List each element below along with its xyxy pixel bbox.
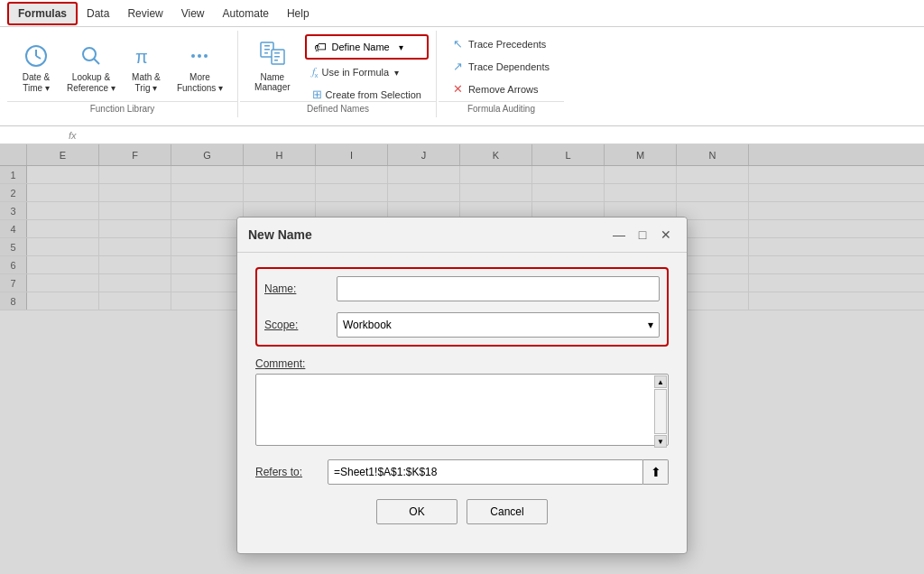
grid-icon: ⊞: [312, 88, 322, 101]
use-formula-dropdown-icon: ▾: [394, 68, 399, 78]
define-name-label: Define Name: [332, 42, 390, 52]
use-in-formula-button[interactable]: 𝑓x Use in Formula ▾: [305, 62, 429, 82]
scope-select[interactable]: Workbook ▾: [337, 312, 660, 338]
svg-text:π: π: [135, 47, 148, 67]
menu-item-formulas[interactable]: Formulas: [7, 2, 78, 25]
menu-item-data[interactable]: Data: [78, 4, 118, 23]
menu-item-view[interactable]: View: [172, 4, 214, 23]
menu-item-help[interactable]: Help: [278, 4, 319, 23]
maximize-button[interactable]: □: [633, 225, 652, 245]
define-name-button[interactable]: 🏷 Define Name ▾: [305, 34, 429, 60]
lookup-icon: [77, 42, 106, 70]
svg-point-3: [83, 48, 96, 60]
svg-line-2: [36, 56, 41, 59]
svg-point-8: [204, 54, 208, 58]
scroll-track: [654, 389, 667, 434]
math-trig-label: Math &Trig ▾: [132, 72, 161, 94]
date-time-button[interactable]: Date &Time ▾: [14, 38, 58, 97]
svg-point-6: [191, 54, 195, 58]
function-library-group: Date &Time ▾ Lookup &Reference ▾ π: [7, 31, 238, 117]
more-functions-label: MoreFunctions ▾: [177, 72, 223, 94]
close-button[interactable]: ✕: [656, 225, 676, 245]
refers-to-input[interactable]: [328, 459, 643, 485]
defined-names-group: NameManager 🏷 Define Name ▾ 𝑓x Use in Fo…: [240, 31, 437, 117]
trace-dependents-icon: ↗: [453, 60, 463, 73]
trace-dependents-button[interactable]: ↗ Trace Dependents: [446, 57, 557, 76]
name-scope-section: Name: Scope: Workbook ▾: [255, 267, 669, 347]
lookup-label: Lookup &Reference ▾: [67, 72, 116, 94]
svg-rect-11: [264, 49, 270, 51]
defined-names-label: Defined Names: [240, 101, 436, 114]
math-icon: π: [132, 42, 161, 70]
modal-titlebar: New Name — □ ✕: [237, 218, 687, 253]
refers-to-row: Refers to: ⬆: [255, 459, 669, 485]
refers-to-select-button[interactable]: ⬆: [643, 459, 669, 485]
formula-auditing-group: ↖ Trace Precedents ↗ Trace Dependents ✕ …: [439, 31, 564, 117]
remove-arrows-icon: ✕: [453, 82, 463, 96]
scope-label: Scope:: [264, 319, 337, 331]
modal-body: Name: Scope: Workbook ▾ Comment:: [237, 253, 687, 553]
comment-section: Comment: ▲ ▼: [255, 357, 669, 449]
modal-overlay: New Name — □ ✕ Name:: [0, 144, 924, 574]
trace-precedents-button[interactable]: ↖ Trace Precedents: [446, 34, 557, 53]
formula-bar: fx: [0, 126, 924, 144]
svg-point-7: [198, 54, 201, 58]
trace-precedents-icon: ↖: [453, 37, 463, 51]
define-name-dropdown-icon: ▾: [399, 42, 403, 52]
modal-footer: OK Cancel: [255, 499, 669, 539]
name-manager-label: NameManager: [254, 72, 290, 92]
svg-rect-14: [274, 52, 280, 54]
name-input[interactable]: [337, 276, 660, 301]
scope-row: Scope: Workbook ▾: [264, 312, 660, 338]
formula-icon: 𝑓x: [312, 65, 319, 79]
refers-to-label: Refers to:: [255, 466, 328, 478]
comment-label: Comment:: [255, 357, 669, 370]
scope-dropdown-icon: ▾: [648, 319, 653, 331]
cancel-button[interactable]: Cancel: [467, 499, 548, 524]
svg-rect-16: [274, 60, 278, 61]
svg-line-4: [94, 59, 99, 64]
fx-label: fx: [69, 130, 77, 141]
spreadsheet-area: E F G H I J K L M N 1 2 3: [0, 144, 924, 574]
function-library-label: Function Library: [7, 101, 237, 114]
minimize-button[interactable]: —: [609, 225, 629, 245]
new-name-dialog: New Name — □ ✕ Name:: [236, 217, 688, 554]
svg-rect-15: [274, 56, 280, 58]
svg-rect-10: [264, 45, 270, 47]
name-label: Name:: [264, 282, 337, 295]
scroll-down-btn[interactable]: ▼: [654, 435, 667, 448]
svg-rect-12: [264, 52, 268, 54]
more-functions-button[interactable]: MoreFunctions ▾: [170, 38, 230, 97]
ok-button[interactable]: OK: [376, 499, 457, 524]
menu-bar: Formulas Data Review View Automate Help: [0, 0, 924, 27]
menu-item-automate[interactable]: Automate: [214, 4, 278, 23]
modal-title: New Name: [248, 227, 312, 242]
remove-arrows-button[interactable]: ✕ Remove Arrows: [446, 79, 557, 98]
menu-item-review[interactable]: Review: [118, 4, 171, 23]
math-trig-button[interactable]: π Math &Trig ▾: [125, 38, 168, 97]
scrollbar: ▲ ▼: [654, 375, 667, 448]
modal-controls: — □ ✕: [609, 225, 676, 245]
tag-icon: 🏷: [314, 40, 327, 54]
upload-icon: ⬆: [651, 465, 661, 479]
more-icon: [185, 42, 214, 70]
name-manager-icon: [256, 38, 289, 70]
ribbon: Date &Time ▾ Lookup &Reference ▾ π: [0, 27, 924, 126]
formula-auditing-label: Formula Auditing: [439, 101, 564, 114]
scope-value: Workbook: [343, 319, 392, 331]
lookup-reference-button[interactable]: Lookup &Reference ▾: [60, 38, 123, 97]
date-time-label: Date &Time ▾: [23, 72, 51, 94]
comment-textarea[interactable]: [255, 374, 669, 446]
name-row: Name:: [264, 276, 660, 301]
clock-icon: [22, 42, 51, 70]
defined-names-actions: 🏷 Define Name ▾ 𝑓x Use in Formula ▾ ⊞ Cr…: [305, 34, 429, 97]
scroll-up-btn[interactable]: ▲: [654, 375, 667, 388]
